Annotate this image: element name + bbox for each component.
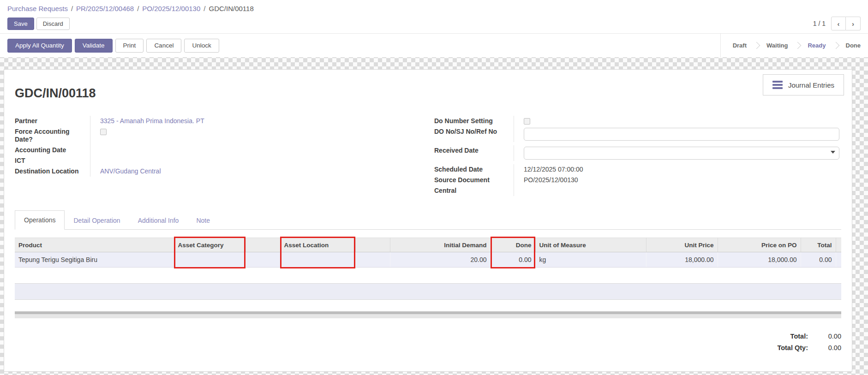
accounting-date-value[interactable] (90, 145, 255, 155)
scrollbar-thumb[interactable] (15, 311, 841, 314)
breadcrumb-separator: / (137, 5, 139, 12)
accounting-date-label: Accounting Date (15, 145, 90, 155)
scheduled-date-label: Scheduled Date (434, 164, 514, 175)
breadcrumb-separator: / (204, 5, 205, 12)
cell-asset-category[interactable] (174, 252, 245, 268)
central-label: Central (434, 185, 514, 196)
empty-list-band (15, 283, 841, 300)
total-qty-label: Total Qty: (777, 344, 808, 351)
breadcrumb-separator: / (71, 5, 73, 12)
apply-all-quantity-button[interactable]: Apply All Quantity (7, 39, 72, 53)
form-sheet: GDC/IN/00118 Journal Entries Partner 332… (4, 69, 852, 372)
tab-operations[interactable]: Operations (15, 210, 65, 230)
cell-blank-2 (355, 252, 390, 268)
status-bar: Draft Waiting Ready Done (720, 34, 861, 57)
cancel-button[interactable]: Cancel (146, 39, 181, 53)
cell-product[interactable]: Tepung Terigu Segitiga Biru (15, 252, 174, 268)
pager-previous-button[interactable]: ‹ (831, 17, 846, 30)
caret-down-icon[interactable] (831, 151, 835, 154)
chevron-right-icon: › (852, 20, 854, 28)
cell-unit-of-measure[interactable]: kg (535, 252, 646, 268)
received-date-input[interactable] (524, 147, 839, 160)
notebook-tabs: Operations Detail Operation Additional I… (15, 209, 841, 230)
tab-additional-info[interactable]: Additional Info (129, 211, 188, 230)
action-bar: Apply All Quantity Validate Print Cancel… (0, 33, 868, 57)
status-draft[interactable]: Draft (733, 42, 747, 49)
cell-price-on-po[interactable]: 18,000.00 (718, 252, 801, 268)
table-header-row: Product Asset Category Asset Location In… (15, 238, 841, 252)
chevron-separator-icon (794, 42, 802, 49)
field-group-left: Partner 3325 - Amanah Prima Indonesia. P… (15, 116, 255, 177)
chevron-separator-icon (753, 42, 760, 49)
ict-value[interactable] (90, 155, 255, 166)
breadcrumb-item-po[interactable]: PO/2025/12/00130 (142, 5, 200, 12)
partner-value[interactable]: 3325 - Amanah Prima Indonesia. PT (90, 116, 255, 126)
print-button[interactable]: Print (115, 39, 144, 53)
horizontal-scrollbar[interactable] (15, 311, 841, 318)
breadcrumb-item-purchase-requests[interactable]: Purchase Requests (7, 5, 68, 12)
source-document-label: Source Document (434, 175, 514, 185)
column-header-total: Total (801, 238, 836, 252)
column-header-product: Product (15, 238, 174, 252)
page: { "breadcrumb": { "separator": "/", "ite… (0, 0, 868, 375)
force-accounting-date-checkbox[interactable] (100, 129, 107, 135)
cell-blank-1 (245, 252, 280, 268)
cell-trailing (836, 252, 841, 268)
journal-entries-button[interactable]: Journal Entries (763, 74, 844, 95)
discard-button[interactable]: Discard (36, 18, 70, 30)
column-header-unit-price: Unit Price (646, 238, 718, 252)
ict-label: ICT (15, 155, 90, 166)
column-header-initial-demand: Initial Demand (390, 238, 491, 252)
pager-next-button[interactable]: › (846, 17, 861, 30)
total-qty-value: 0.00 (808, 344, 841, 351)
status-ready[interactable]: Ready (808, 42, 826, 49)
total-qty-row: Total Qty: 0.00 (777, 344, 841, 351)
partner-label: Partner (15, 116, 90, 126)
top-bars: Purchase Requests / PR/2025/12/00468 / P… (0, 0, 868, 57)
total-value: 0.00 (808, 333, 841, 340)
tab-detail-operation[interactable]: Detail Operation (65, 211, 129, 230)
breadcrumb-item-pr[interactable]: PR/2025/12/00468 (76, 5, 134, 12)
column-header-blank-1 (245, 238, 280, 252)
cell-asset-location[interactable] (280, 252, 355, 268)
source-document-value[interactable]: PO/2025/12/00130 (514, 175, 841, 185)
save-button[interactable]: Save (7, 18, 34, 30)
column-header-asset-location: Asset Location (280, 238, 355, 252)
central-value[interactable] (514, 185, 841, 196)
do-number-setting-label: Do Number Setting (434, 116, 514, 126)
toolbar: Save Discard 1 / 1 ‹ › (0, 16, 868, 31)
column-header-asset-category: Asset Category (174, 238, 245, 252)
totals-block: Total: 0.00 Total Qty: 0.00 (777, 333, 841, 356)
journal-entries-label: Journal Entries (788, 81, 834, 89)
scheduled-date-value[interactable]: 12/12/2025 07:00:00 (514, 164, 841, 175)
cell-unit-price[interactable]: 18,000.00 (646, 252, 718, 268)
pager: 1 / 1 ‹ › (813, 17, 861, 30)
status-waiting[interactable]: Waiting (766, 42, 788, 49)
table-row[interactable]: Tepung Terigu Segitiga Biru 20.00 0.00 k… (15, 252, 841, 268)
unlock-button[interactable]: Unlock (184, 39, 219, 53)
field-group-right: Do Number Setting DO No/SJ No/Ref No Rec… (434, 116, 841, 196)
destination-location-value[interactable]: ANV/Gudang Central (90, 166, 255, 177)
cell-total[interactable]: 0.00 (801, 252, 836, 268)
validate-button[interactable]: Validate (75, 39, 113, 53)
cell-done[interactable]: 0.00 (491, 252, 535, 268)
breadcrumb: Purchase Requests / PR/2025/12/00468 / P… (0, 0, 868, 17)
operations-table-wrap: Product Asset Category Asset Location In… (15, 238, 841, 268)
received-date-field (514, 145, 841, 161)
do-number-setting-checkbox[interactable] (524, 118, 530, 125)
cell-initial-demand[interactable]: 20.00 (390, 252, 491, 268)
column-header-done: Done (491, 238, 535, 252)
column-header-unit-of-measure: Unit of Measure (535, 238, 646, 252)
force-accounting-date-field (90, 126, 255, 145)
do-no-input[interactable] (524, 128, 839, 141)
breadcrumb-item-current: GDC/IN/00118 (209, 5, 253, 12)
column-header-trailing (836, 238, 841, 252)
column-header-blank-2 (355, 238, 390, 252)
chevron-left-icon: ‹ (838, 20, 840, 28)
spacer (434, 142, 841, 145)
status-done[interactable]: Done (846, 42, 861, 49)
pager-count: 1 / 1 (813, 20, 826, 27)
received-date-label: Received Date (434, 145, 514, 161)
destination-location-label: Destination Location (15, 166, 90, 177)
tab-note[interactable]: Note (187, 211, 219, 230)
